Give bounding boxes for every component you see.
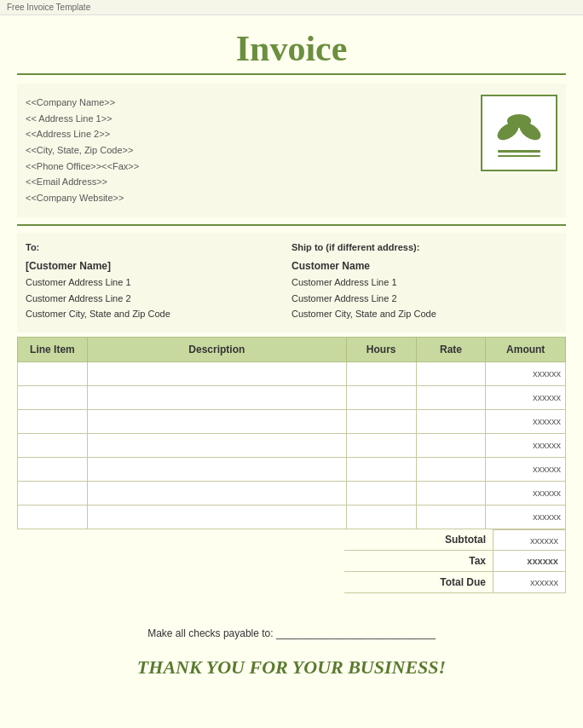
logo-leaves — [489, 106, 549, 161]
invoice-table: Line Item Description Hours Rate Amount … — [17, 337, 566, 529]
cell-hours[interactable] — [346, 433, 416, 457]
company-info: <<Company Name>> << Address Line 1>> <<A… — [17, 90, 472, 211]
cell-description[interactable] — [87, 385, 346, 409]
cell-rate[interactable] — [416, 433, 486, 457]
company-city: <<City, State, Zip Code>> — [26, 142, 464, 159]
header-divider — [17, 224, 566, 226]
ship-to-label: Ship to (if different address): — [292, 240, 557, 256]
totaldue-row: Total Due xxxxxx — [344, 572, 566, 593]
cell-hours[interactable] — [346, 457, 416, 481]
cell-amount: xxxxxx — [486, 361, 566, 385]
svg-rect-3 — [498, 150, 540, 153]
cell-hours[interactable] — [346, 361, 416, 385]
cell-hours[interactable] — [346, 505, 416, 529]
cell-amount: xxxxxx — [486, 505, 566, 529]
cell-amount: xxxxxx — [486, 385, 566, 409]
watermark-bar: Free Invoice Template — [0, 0, 583, 15]
cell-lineitem[interactable] — [18, 409, 88, 433]
table-row: xxxxxx — [18, 457, 566, 481]
footer-section: Make all checks payable to: ____________… — [17, 619, 566, 687]
table-row: xxxxxx — [18, 409, 566, 433]
total-due-value: xxxxxx — [494, 572, 566, 593]
table-row: xxxxxx — [18, 433, 566, 457]
checks-payable: Make all checks payable to: ____________… — [26, 627, 557, 639]
th-rate: Rate — [416, 337, 486, 361]
table-row: xxxxxx — [18, 505, 566, 529]
cell-amount: xxxxxx — [486, 457, 566, 481]
cell-rate[interactable] — [416, 385, 486, 409]
header-section: <<Company Name>> << Address Line 1>> <<A… — [17, 84, 566, 217]
cell-lineitem[interactable] — [18, 385, 88, 409]
svg-point-2 — [507, 114, 531, 128]
logo-svg — [489, 106, 549, 161]
invoice-title: Invoice — [17, 24, 566, 73]
cell-rate[interactable] — [416, 505, 486, 529]
svg-rect-4 — [498, 155, 540, 157]
subtotal-row: Subtotal xxxxxx — [344, 529, 566, 551]
company-address1: << Address Line 1>> — [26, 111, 464, 127]
cell-lineitem[interactable] — [18, 361, 88, 385]
th-description: Description — [87, 337, 346, 361]
cell-amount: xxxxxx — [486, 409, 566, 433]
cell-description[interactable] — [87, 457, 346, 481]
cell-rate[interactable] — [416, 361, 486, 385]
cell-description[interactable] — [87, 361, 346, 385]
bill-to-label: To: — [26, 240, 292, 256]
table-row: xxxxxx — [18, 361, 566, 385]
company-phone: <<Phone Office>><<Fax>> — [26, 159, 464, 175]
th-amount: Amount — [486, 337, 566, 361]
totals-inner: Subtotal xxxxxx Tax xxxxxx Total Due xxx… — [344, 529, 566, 594]
cell-rate[interactable] — [416, 457, 486, 481]
cell-hours[interactable] — [346, 481, 416, 505]
ship-city: Customer City, State and Zip Code — [292, 306, 557, 322]
total-due-label: Total Due — [344, 572, 494, 593]
bill-addr2: Customer Address Line 2 — [26, 291, 292, 307]
cell-description[interactable] — [87, 505, 346, 529]
cell-hours[interactable] — [346, 409, 416, 433]
company-website: <<Company Website>> — [26, 190, 464, 206]
bill-city: Customer City, State and Zip Code — [26, 306, 292, 322]
cell-amount: xxxxxx — [486, 433, 566, 457]
cell-lineitem[interactable] — [18, 433, 88, 457]
th-lineitem: Line Item — [18, 337, 88, 361]
cell-description[interactable] — [87, 433, 346, 457]
table-row: xxxxxx — [18, 385, 566, 409]
cell-rate[interactable] — [416, 481, 486, 505]
totals-table: Subtotal xxxxxx Tax xxxxxx Total Due xxx… — [344, 529, 566, 594]
tax-value: xxxxxx — [494, 551, 566, 572]
th-hours: Hours — [346, 337, 416, 361]
watermark-text: Free Invoice Template — [7, 3, 90, 12]
customer-name-bill: [Customer Name] — [26, 257, 292, 274]
cell-lineitem[interactable] — [18, 481, 88, 505]
ship-addr1: Customer Address Line 1 — [292, 274, 557, 291]
cell-lineitem[interactable] — [18, 457, 88, 481]
cell-description[interactable] — [87, 481, 346, 505]
tax-row: Tax xxxxxx — [344, 551, 566, 572]
logo-box — [481, 95, 557, 171]
subtotal-label: Subtotal — [344, 529, 494, 551]
table-header-row: Line Item Description Hours Rate Amount — [18, 337, 566, 361]
customer-name-ship: Customer Name — [292, 257, 557, 274]
cell-amount: xxxxxx — [486, 481, 566, 505]
invoice-tbody: xxxxxxxxxxxxxxxxxxxxxxxxxxxxxxxxxxxxxxxx… — [18, 361, 566, 529]
bill-to: To: [Customer Name] Customer Address Lin… — [26, 240, 292, 322]
ship-addr2: Customer Address Line 2 — [292, 291, 557, 307]
billing-section: To: [Customer Name] Customer Address Lin… — [17, 233, 566, 332]
table-row: xxxxxx — [18, 481, 566, 505]
company-name: <<Company Name>> — [26, 95, 464, 111]
title-divider — [17, 73, 566, 75]
company-email: <<Email Address>> — [26, 174, 464, 190]
subtotal-value: xxxxxx — [494, 529, 566, 551]
cell-lineitem[interactable] — [18, 505, 88, 529]
totals-wrapper: Subtotal xxxxxx Tax xxxxxx Total Due xxx… — [17, 529, 566, 594]
cell-rate[interactable] — [416, 409, 486, 433]
tax-label: Tax — [344, 551, 494, 572]
cell-description[interactable] — [87, 409, 346, 433]
cell-hours[interactable] — [346, 385, 416, 409]
ship-to: Ship to (if different address): Customer… — [292, 240, 557, 322]
thank-you: THANK YOU FOR YOUR BUSINESS! — [26, 656, 557, 679]
company-address2: <<Address Line 2>> — [26, 126, 464, 142]
bill-addr1: Customer Address Line 1 — [26, 274, 292, 291]
